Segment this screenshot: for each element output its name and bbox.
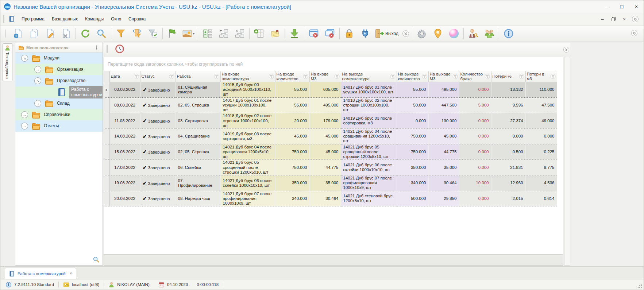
column-header-out_nom[interactable]: На выходе номенклатура [341, 71, 397, 82]
grid-cell-status[interactable]: ✓Завершено [140, 97, 176, 113]
edit-record-button[interactable] [42, 27, 58, 40]
close-window-button[interactable] [306, 27, 322, 40]
tree-item-sklad[interactable]: →Склад [15, 98, 103, 109]
grid-cell-out_m3[interactable]: 30.464 [428, 175, 459, 191]
grid-cell-loss_m3[interactable]: 47.500 [525, 97, 557, 113]
export-button[interactable] [286, 27, 302, 40]
connection-button[interactable] [357, 27, 373, 40]
column-header-work[interactable]: Работа [176, 71, 220, 82]
grid-cell-in_nom[interactable]: 14021 Дуб брус 06 после склейки 1000x10x… [220, 175, 275, 191]
filter-icon[interactable] [334, 74, 340, 79]
view-toolbar-grip-handle[interactable] [107, 45, 109, 53]
grid-cell-out_qty[interactable]: 50.000 [397, 97, 428, 113]
grid-cell-in_m3[interactable]: 44.775 [309, 160, 341, 175]
grid-cell-in_nom[interactable]: 14019 Дуб брус 03 после сортировки, м3 [220, 128, 275, 144]
menubar-grip-handle[interactable] [3, 15, 6, 23]
grid-cell-date[interactable]: 14.08.2022 [109, 128, 140, 144]
grid-cell-out_m3[interactable]: 44.775 [428, 144, 459, 160]
grid-cell-work[interactable]: 07. Профилирование [176, 175, 220, 191]
grid-cell-loss_m3[interactable]: 9.775 [525, 160, 557, 175]
column-header-status[interactable]: Статус [140, 71, 176, 82]
grid-cell-out_qty[interactable]: 350.000 [397, 160, 428, 175]
menu-item-commands[interactable]: Команды [81, 15, 107, 23]
grid-cell-in_qty[interactable]: 350.000 [275, 175, 309, 191]
grid-cell-loss_pct[interactable]: 18.182 [491, 82, 525, 98]
grid-cell-defect[interactable]: 10.000 [459, 175, 491, 191]
column-header-in_nom[interactable]: На входе номенклатура [220, 71, 275, 82]
horizontal-scrollbar[interactable] [104, 254, 563, 265]
grid-cell-out_qty[interactable]: 340.000 [397, 175, 428, 191]
column-header-loss_m3[interactable]: Потери в м3 [525, 71, 557, 82]
tab-rabota-s-nomenklaturoj[interactable]: Работа с номенклатурой × [5, 268, 76, 279]
collapse-tree-button[interactable] [216, 27, 232, 40]
grid-cell-in_nom[interactable]: 14018 Дуб брус 02 после строшки 1000x100… [220, 113, 275, 129]
grid-cell-in_m3[interactable]: 179.000 [309, 113, 341, 129]
menu-item-database[interactable]: База данных [48, 15, 81, 23]
grid-cell-defect[interactable]: 0.000 [459, 160, 491, 175]
notes-button[interactable] [267, 27, 283, 40]
menu-item-program[interactable]: Программа [18, 15, 48, 23]
expand-tree-button[interactable] [232, 27, 248, 40]
grid-cell-work[interactable]: 06. Склейка [176, 160, 220, 175]
close-button[interactable]: × [629, 0, 644, 13]
table-row[interactable]: 08.08.2022✓Завершено02, 05. Строшка14017… [104, 97, 557, 113]
tree-item-organizaciya[interactable]: →Организация [15, 64, 103, 75]
grid-cell-status[interactable]: ✓Завершено [140, 82, 176, 98]
grid-cell-work[interactable]: 04. Сращивание [176, 128, 220, 144]
grid-cell-loss_m3[interactable]: 49.000 [525, 113, 557, 129]
resize-grip[interactable] [638, 284, 643, 289]
filter-icon[interactable] [269, 74, 274, 79]
expand-node-icon[interactable]: → [21, 111, 28, 118]
location-button[interactable] [430, 27, 446, 40]
expand-node-icon[interactable]: → [34, 66, 41, 73]
search-button[interactable] [93, 27, 109, 40]
grid-cell-work[interactable]: 02, 05. Строшка [176, 97, 220, 113]
grid-cell-in_m3[interactable]: 45.000 [309, 128, 341, 144]
grid-cell-out_m3[interactable]: 495.000 [428, 82, 459, 98]
expand-node-icon[interactable]: → [34, 100, 41, 107]
table-row[interactable]: 19.08.2022✓Завершено07. Профилирование14… [104, 175, 557, 191]
table-row[interactable]: 14.08.2022✓Завершено04. Сращивание14019 … [104, 128, 557, 144]
grid-cell-loss_pct[interactable]: 9.596 [491, 97, 525, 113]
grid-cell-in_qty[interactable]: 45.000 [275, 128, 309, 144]
table-row[interactable]: 17.08.2022✓Завершено06. Склейка14021 Дуб… [104, 160, 557, 175]
grid-cell-defect[interactable]: 0.000 [459, 82, 491, 98]
lock-button[interactable] [341, 27, 357, 40]
grid-cell-date[interactable]: 08.08.2022 [109, 97, 140, 113]
grid-cell-defect[interactable]: 0.000 [459, 191, 491, 206]
theme-button[interactable] [446, 27, 462, 40]
grid-cell-out_nom[interactable]: 14021 Дуб брус 05 срощенный после строшк… [341, 144, 397, 160]
grid-cell-in_m3[interactable]: 605.000 [309, 82, 341, 98]
grid-cell-in_nom[interactable]: 14015 Дуб брус 00 исходный 1000x100x110,… [220, 82, 275, 98]
table-row[interactable]: 11.08.2022✓Завершено03. Сортировка14018 … [104, 113, 557, 129]
exit-button[interactable]: Выход [373, 27, 401, 40]
grid-cell-in_qty[interactable]: 750.000 [275, 144, 309, 160]
vertical-scrollbar[interactable] [564, 57, 570, 266]
grid-cell-in_qty[interactable]: 55.000 [275, 82, 309, 98]
grid-cell-loss_m3[interactable]: 0.225 [525, 144, 557, 160]
users-button[interactable] [481, 27, 497, 40]
filter-icon[interactable] [169, 74, 174, 79]
grid-cell-loss_pct[interactable]: 0.000 [491, 128, 525, 144]
refresh-button[interactable] [77, 27, 93, 40]
grid-cell-loss_m3[interactable]: 0.000 [525, 128, 557, 144]
table-row[interactable]: 15.08.2022✓Завершено02, 05. Строшка14021… [104, 144, 557, 160]
grid-cell-in_qty[interactable]: 55.000 [275, 97, 309, 113]
filter-icon[interactable] [390, 74, 396, 79]
grid-cell-date[interactable]: 19.08.2022 [109, 175, 140, 191]
grid-cell-out_qty[interactable]: 750.000 [397, 144, 428, 160]
grid-cell-status[interactable]: ✓Завершено [140, 175, 176, 191]
tree-item-moduli[interactable]: ↘Модули [15, 53, 103, 64]
dropdown-caret-icon[interactable]: ▾ [193, 32, 195, 35]
grid-cell-in_m3[interactable]: 35.000 [309, 175, 341, 191]
grid-cell-out_nom[interactable]: 14021 Дуб брус 07 после профилирования 1… [341, 175, 397, 191]
tree-search-icon[interactable] [93, 256, 100, 263]
image-button[interactable]: ▾ [180, 27, 196, 40]
grid-cell-out_qty[interactable]: 750.000 [397, 128, 428, 144]
group-by-drop-zone[interactable]: Перетащите сюда заголовок колонки, чтобы… [104, 57, 563, 71]
filter-icon[interactable] [485, 74, 490, 79]
grid-cell-out_m3[interactable]: 447.500 [428, 97, 459, 113]
column-header-loss_pct[interactable]: Потери % [491, 71, 525, 82]
grid-cell-date[interactable]: 11.08.2022 [109, 113, 140, 129]
copy-record-button[interactable] [26, 27, 42, 40]
